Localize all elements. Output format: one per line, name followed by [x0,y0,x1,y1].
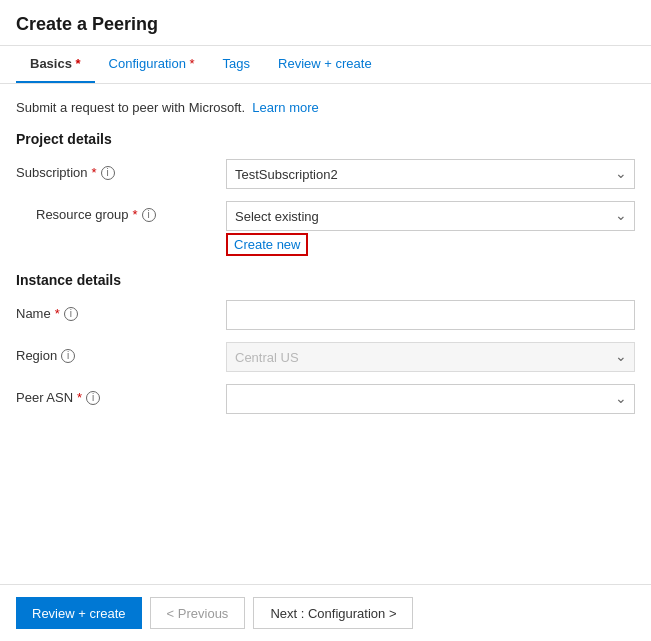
review-create-button[interactable]: Review + create [16,597,142,629]
subscription-row: Subscription * i TestSubscription2 [16,159,635,189]
resource-group-info-icon[interactable]: i [142,208,156,222]
learn-more-link[interactable]: Learn more [252,100,318,115]
tab-tags[interactable]: Tags [209,46,264,83]
tab-review-create[interactable]: Review + create [264,46,386,83]
next-button[interactable]: Next : Configuration > [253,597,413,629]
instance-section-title: Instance details [16,272,635,288]
subscription-info-icon[interactable]: i [101,166,115,180]
tab-basics[interactable]: Basics * [16,46,95,83]
name-input[interactable] [226,300,635,330]
subscription-control: TestSubscription2 [226,159,635,189]
resource-group-row: Resource group * i Select existing Creat… [16,201,635,256]
region-info-icon[interactable]: i [61,349,75,363]
footer: Review + create < Previous Next : Config… [0,584,651,641]
instance-details-section: Instance details Name * i Region i Centr… [16,272,635,414]
region-label: Region i [16,342,226,363]
subscription-label: Subscription * i [16,159,226,180]
name-control [226,300,635,330]
project-section-title: Project details [16,131,635,147]
region-control: Central US [226,342,635,372]
name-info-icon[interactable]: i [64,307,78,321]
page-title: Create a Peering [16,14,635,35]
tab-configuration[interactable]: Configuration * [95,46,209,83]
peer-asn-label: Peer ASN * i [16,384,226,405]
info-text: Submit a request to peer with Microsoft.… [16,100,635,115]
resource-group-select[interactable]: Select existing [226,201,635,231]
resource-group-label: Resource group * i [16,201,226,222]
region-row: Region i Central US [16,342,635,372]
subscription-select[interactable]: TestSubscription2 [226,159,635,189]
peer-asn-info-icon[interactable]: i [86,391,100,405]
create-new-link[interactable]: Create new [226,233,308,256]
name-label: Name * i [16,300,226,321]
peer-asn-select[interactable] [226,384,635,414]
project-details-section: Project details Subscription * i TestSub… [16,131,635,256]
previous-button[interactable]: < Previous [150,597,246,629]
name-row: Name * i [16,300,635,330]
peer-asn-row: Peer ASN * i [16,384,635,414]
page-header: Create a Peering [0,0,651,46]
region-select[interactable]: Central US [226,342,635,372]
resource-group-control: Select existing Create new [226,201,635,256]
peer-asn-control [226,384,635,414]
content-area: Submit a request to peer with Microsoft.… [0,84,651,584]
tab-bar: Basics * Configuration * Tags Review + c… [0,46,651,84]
